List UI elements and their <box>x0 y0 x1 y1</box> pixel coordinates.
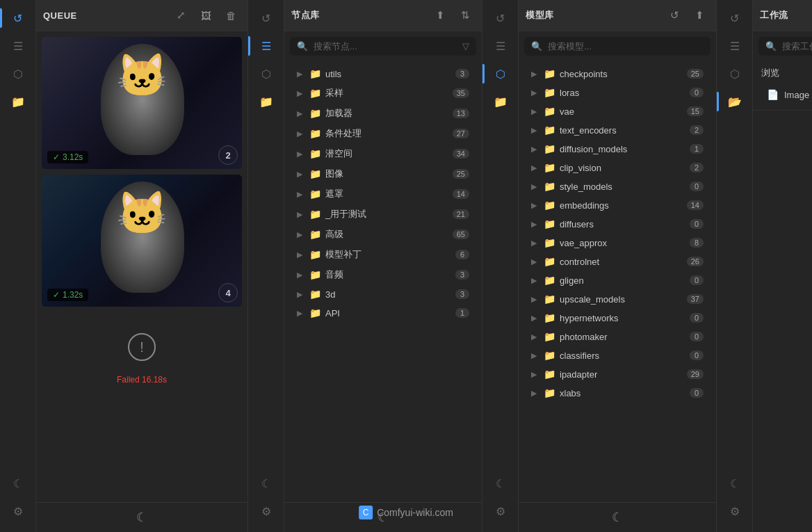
chevron-right-icon: ▶ <box>531 163 539 172</box>
node-search-bar[interactable]: 🔍 ▽ <box>290 37 476 56</box>
model-footer-moon-icon: ☾ <box>612 510 623 525</box>
queue-item[interactable]: ✓ 1.32s 4 <box>42 175 242 307</box>
node-tree-count: 6 <box>455 250 469 259</box>
model-tree-item[interactable]: ▶ 📁 gligen 0 <box>523 271 712 289</box>
model-list-icon[interactable]: ☰ <box>488 33 513 58</box>
model-tree-item[interactable]: ▶ 📁 classifiers 0 <box>523 346 712 364</box>
workflow-header: 工作流 ⊞ 📂 ＋ <box>753 0 812 31</box>
workflow-file-item[interactable]: 📄 Image to Image.json 🔖 <box>761 85 812 104</box>
node-footer-moon-icon: ☾ <box>377 510 389 525</box>
node-tree-item[interactable]: ▶ 📁 3d 3 <box>289 285 478 303</box>
chevron-right-icon: ▶ <box>531 295 539 304</box>
node-tree-item[interactable]: ▶ 📁 潜空间 34 <box>289 144 478 163</box>
folder-icon: 📁 <box>309 209 321 220</box>
node-settings-icon[interactable]: ⚙ <box>254 499 279 524</box>
node-tree-item[interactable]: ▶ 📁 加载器 13 <box>289 104 478 123</box>
queue-item-status-1: ✓ 3.12s <box>47 151 88 163</box>
model-tree-item[interactable]: ▶ 📁 vae 15 <box>523 102 712 120</box>
chevron-right-icon: ▶ <box>297 150 305 159</box>
node-tree-item[interactable]: ▶ 📁 条件处理 27 <box>289 124 478 143</box>
node-3d-icon[interactable]: ⬡ <box>254 61 279 86</box>
file-icon: 📄 <box>767 89 779 100</box>
model-tree-item[interactable]: ▶ 📁 hypernetworks 0 <box>523 309 712 327</box>
queue-expand-btn[interactable]: ⤢ <box>171 6 190 25</box>
queue-delete-btn[interactable]: 🗑 <box>221 6 241 25</box>
model-3d-icon[interactable]: ⬡ <box>488 61 513 86</box>
folder-icon: 📁 <box>544 181 555 192</box>
workflow-list-icon[interactable]: ☰ <box>722 33 747 58</box>
model-tree-item[interactable]: ▶ 📁 style_models 0 <box>523 177 712 195</box>
node-sort-btn[interactable]: ⇅ <box>455 6 475 25</box>
queue-settings-icon[interactable]: ⚙ <box>6 499 31 524</box>
model-tree-item[interactable]: ▶ 📁 upscale_models 37 <box>523 290 712 308</box>
node-tree-item[interactable]: ▶ 📁 _用于测试 21 <box>289 204 478 224</box>
model-tree-item[interactable]: ▶ 📁 controlnet 26 <box>523 252 712 271</box>
queue-moon-icon[interactable]: ☾ <box>6 471 31 496</box>
node-tree-label: 潜空间 <box>325 147 448 160</box>
node-list-icon[interactable]: ☰ <box>254 33 279 58</box>
workflow-settings-icon[interactable]: ⚙ <box>722 499 747 524</box>
model-upload-btn[interactable]: ⬆ <box>690 6 709 25</box>
model-tree-item[interactable]: ▶ 📁 photomaker 0 <box>523 328 712 346</box>
node-tree-item[interactable]: ▶ 📁 模型补丁 6 <box>289 245 478 264</box>
node-tree-item[interactable]: ▶ 📁 遮罩 14 <box>289 184 478 204</box>
model-tree-item[interactable]: ▶ 📁 clip_vision 2 <box>523 159 712 177</box>
workflow-search-input[interactable] <box>782 41 812 51</box>
node-upload-btn[interactable]: ⬆ <box>430 6 450 25</box>
model-tree-label: upscale_models <box>560 294 683 305</box>
chevron-right-icon: ▶ <box>297 170 305 179</box>
model-tree-item[interactable]: ▶ 📁 diffusion_models 1 <box>523 140 712 158</box>
chevron-right-icon: ▶ <box>297 309 305 318</box>
model-tree-item[interactable]: ▶ 📁 diffusers 0 <box>523 215 712 233</box>
model-tree-item[interactable]: ▶ 📁 loras 0 <box>523 83 712 102</box>
workflow-moon-icon[interactable]: ☾ <box>722 471 747 496</box>
model-tree-count: 0 <box>690 88 704 97</box>
queue-history-icon[interactable]: ↺ <box>6 6 31 31</box>
model-history-icon[interactable]: ↺ <box>488 6 513 31</box>
queue-folder-icon[interactable]: 📁 <box>6 89 31 114</box>
node-folder-icon[interactable]: 📁 <box>254 89 279 114</box>
model-tree-item[interactable]: ▶ 📁 ipadapter 29 <box>523 365 712 383</box>
workflow-3d-icon[interactable]: ⬡ <box>722 61 747 86</box>
queue-image-btn[interactable]: 🖼 <box>196 6 216 25</box>
model-search-bar[interactable]: 🔍 <box>524 37 710 56</box>
queue-list-icon[interactable]: ☰ <box>6 33 31 58</box>
queue-item-badge-2: 4 <box>218 283 238 303</box>
workflow-history-icon[interactable]: ↺ <box>722 6 747 31</box>
node-tree-item[interactable]: ▶ 📁 音频 3 <box>289 265 478 284</box>
model-settings-icon[interactable]: ⚙ <box>488 499 513 524</box>
node-history-icon[interactable]: ↺ <box>254 6 279 31</box>
model-moon-icon[interactable]: ☾ <box>488 471 513 496</box>
model-tree-count: 0 <box>690 275 704 285</box>
queue-item[interactable]: ✓ 3.12s 2 <box>42 37 242 169</box>
cat-space-image-2 <box>42 175 242 307</box>
folder-icon: 📁 <box>544 162 555 173</box>
workflow-folder-icon[interactable]: 📂 <box>722 89 747 114</box>
queue-3d-icon[interactable]: ⬡ <box>6 61 31 86</box>
model-tree-item[interactable]: ▶ 📁 xlabs 0 <box>523 384 712 402</box>
model-tree-item[interactable]: ▶ 📁 vae_approx 8 <box>523 234 712 252</box>
node-tree-item[interactable]: ▶ 📁 高级 65 <box>289 225 478 244</box>
model-tree-label: photomaker <box>560 332 685 342</box>
node-tree-item[interactable]: ▶ 📁 图像 25 <box>289 164 478 184</box>
node-filter-icon[interactable]: ▽ <box>462 41 469 51</box>
workflow-panel: 工作流 ⊞ 📂 ＋ 🔍 浏览 📄 Image to Image.json 🔖 ☾ <box>753 0 812 532</box>
model-tree-count: 0 <box>690 219 704 229</box>
node-moon-icon[interactable]: ☾ <box>254 471 279 496</box>
model-refresh-btn[interactable]: ↺ <box>665 6 684 25</box>
node-tree-item[interactable]: ▶ 📁 采样 35 <box>289 83 478 103</box>
model-tree-count: 14 <box>687 200 704 210</box>
node-tree-item[interactable]: ▶ 📁 API 1 <box>289 304 478 322</box>
model-tree-item[interactable]: ▶ 📁 checkpoints 25 <box>523 65 712 83</box>
chevron-right-icon: ▶ <box>531 370 539 379</box>
folder-icon: 📁 <box>309 249 321 260</box>
node-tree-item[interactable]: ▶ 📁 utils 3 <box>289 65 478 83</box>
queue-footer: ☾ <box>36 502 247 532</box>
node-search-input[interactable] <box>314 41 457 51</box>
model-folder-icon[interactable]: 📁 <box>488 89 513 114</box>
model-search-input[interactable] <box>548 41 704 51</box>
workflow-file-name: Image to Image.json <box>784 90 812 100</box>
model-tree-item[interactable]: ▶ 📁 embeddings 14 <box>523 196 712 214</box>
workflow-search-bar[interactable]: 🔍 <box>758 37 812 56</box>
model-tree-item[interactable]: ▶ 📁 text_encoders 2 <box>523 121 712 139</box>
